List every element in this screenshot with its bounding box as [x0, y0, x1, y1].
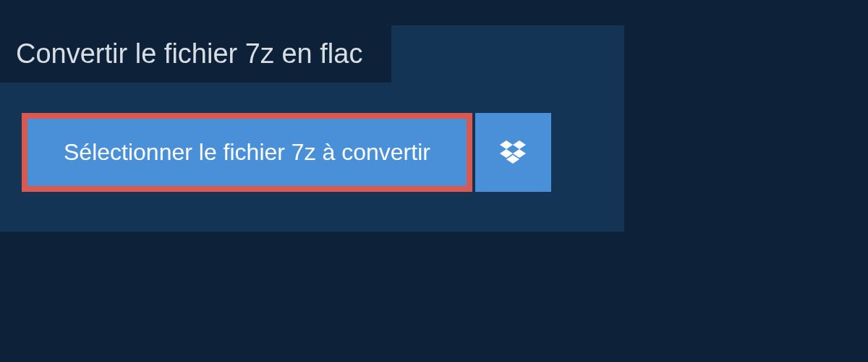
dropbox-button[interactable] [475, 113, 551, 192]
title-tab: Convertir le fichier 7z en flac [0, 25, 391, 83]
select-file-button-label: Sélectionner le fichier 7z à convertir [64, 139, 430, 166]
select-file-button[interactable]: Sélectionner le fichier 7z à convertir [22, 113, 472, 192]
dropbox-icon [500, 140, 526, 165]
button-row: Sélectionner le fichier 7z à convertir [22, 113, 624, 192]
converter-panel: Convertir le fichier 7z en flac Sélectio… [0, 25, 624, 232]
page-title: Convertir le fichier 7z en flac [16, 38, 362, 69]
